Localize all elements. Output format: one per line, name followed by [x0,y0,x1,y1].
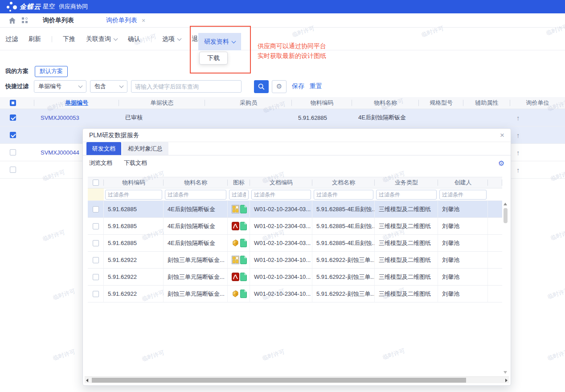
main-column-header[interactable]: 询价单位 [510,97,565,109]
rd-data-button[interactable]: 研发资料 [198,33,241,50]
scroll-down-icon[interactable] [504,371,507,374]
active-tab-label[interactable]: 询价单列表 [106,16,137,24]
reset-link[interactable]: 重置 [310,82,322,90]
column-filter-input[interactable] [439,190,487,200]
download-document-button[interactable]: 下载文档 [124,159,147,167]
file-icons [232,290,247,298]
browse-document-button[interactable]: 浏览文档 [89,159,112,167]
license-watermark: 临时许可 [52,347,76,362]
document-column-header[interactable]: 业务类型 [375,177,438,188]
document-column-header[interactable]: 图标 [228,177,250,188]
search-button[interactable] [254,80,269,93]
document-row[interactable]: 5.91.62922 刻蚀三单元隔断钣金... W01-02-10-2304-1… [88,286,502,302]
up-arrow-icon[interactable]: ↑ [516,149,520,156]
toolbar-item[interactable]: 过滤 [5,35,18,43]
tab-inquiry-list[interactable]: 询价单列表 × [106,16,145,24]
tab-rd-documents[interactable]: 研发文档 [86,142,121,155]
toolbar-item[interactable]: 关联查询 [86,35,117,43]
toolbar-item[interactable]: 选项 [162,35,181,43]
column-filter-input[interactable] [165,190,226,200]
document-column-header[interactable]: 创建人 [438,177,488,188]
document-row[interactable]: 5.91.62885 4E后刻蚀隔断钣金 W01-02-10-2304-03..… [88,218,502,235]
row-checkbox[interactable] [10,167,16,173]
document-row[interactable]: 5.91.62885 4E后刻蚀隔断钣金 W01-02-10-2304-03..… [88,201,502,218]
vertical-scroll-thumb[interactable] [504,208,508,223]
row-checkbox[interactable] [93,240,99,246]
main-column-header[interactable]: 采购员 [205,97,292,109]
keyword-input[interactable] [131,80,242,93]
buyer-cell [205,109,292,126]
doc-code-cell: W01-02-10-2304-10... [250,269,312,285]
main-column-header[interactable]: 物料编码 [292,97,352,109]
apps-grid-icon[interactable] [22,17,28,23]
download-menu-item[interactable]: 下载 [199,52,228,65]
bill-no-link[interactable]: SVMXJ000044 [41,149,79,156]
column-filter-input[interactable] [105,190,162,200]
search-icon [258,83,265,90]
filter-cell [104,188,164,200]
column-filter-input[interactable] [251,190,311,200]
up-arrow-icon[interactable]: ↑ [516,131,520,139]
toolbar-item[interactable]: 刷新 [29,35,41,43]
toolbar-items: 过滤刷新下推关联查询确认选项退出 [5,35,215,43]
row-checkbox[interactable] [93,291,99,297]
scroll-right-icon[interactable] [505,379,508,382]
modal-tabs: 研发文档 相关对象汇总 [83,142,511,155]
document-table-body: 5.91.62885 4E后刻蚀隔断钣金 W01-02-10-2304-03..… [88,201,502,302]
up-arrow-icon[interactable]: ↑ [516,114,520,122]
document-column-header[interactable]: 物料编码 [104,177,164,188]
table-header-row: 单据编号单据状态采购员物料编码物料名称规格型号辅助属性询价单位 [0,97,565,109]
select-all-checkbox[interactable] [93,180,99,186]
column-filter-input[interactable] [376,190,437,200]
home-icon[interactable] [9,17,16,24]
main-column-header[interactable]: 单据状态 [119,97,205,109]
toolbar-item[interactable]: 确认 [128,35,140,43]
tab-related-objects[interactable]: 相关对象汇总 [122,142,168,155]
document-column-header[interactable]: 物料名称 [164,177,228,188]
horizontal-scroll-thumb[interactable] [92,378,466,383]
row-checkbox[interactable] [10,132,16,138]
save-link[interactable]: 保存 [292,82,304,90]
creator-cell: 刘馨池 [438,218,488,234]
material-code-cell: 5.91.62885 [292,109,352,126]
material-name-cell: 4E后刻蚀隔断钣金 [164,218,228,234]
horizontal-scrollbar[interactable] [85,376,509,383]
brand-name-suffix: 星空 [43,3,55,11]
main-column-header[interactable]: 物料名称 [352,97,419,109]
toolbar-item[interactable]: 下推 [63,35,75,43]
column-filter-input[interactable] [229,190,249,200]
row-checkbox[interactable] [10,149,16,155]
default-scheme-button[interactable]: 默认方案 [35,66,68,77]
scroll-up-icon[interactable] [504,203,507,205]
document-column-header[interactable]: 文档编码 [250,177,312,188]
row-checkbox[interactable] [93,257,99,263]
menu-label[interactable]: 询价单列表 [43,16,74,24]
bill-no-link[interactable]: SVMXJ000053 [41,114,79,121]
row-checkbox[interactable] [93,206,99,212]
document-row[interactable]: 5.91.62885 4E后刻蚀隔断钣金 W01-02-10-2304-03..… [88,235,502,252]
gear-icon[interactable]: ⚙ [498,159,504,167]
row-checkbox[interactable] [10,114,16,121]
main-column-header[interactable]: 规格型号 [419,97,463,109]
doc-code-cell: W01-02-10-2304-03... [250,201,312,217]
biz-type-cell: 三维模型及二维图纸 [375,269,438,285]
close-icon[interactable]: × [500,131,504,140]
document-column-header[interactable]: 文档名称 [312,177,375,188]
operator-select[interactable]: 包含 [90,80,127,93]
annotation-text: 供应商可以通过协同平台 实时获取最新的设计图纸 [258,41,326,61]
column-filter-input[interactable] [314,190,373,200]
main-column-header[interactable]: 单据编号 [34,97,119,109]
field-select[interactable]: 单据编号 [34,80,86,93]
tab-close-icon[interactable]: × [142,17,145,24]
row-checkbox[interactable] [93,223,99,229]
row-checkbox[interactable] [93,274,99,280]
vertical-scrollbar[interactable] [503,202,508,375]
filter-settings-button[interactable]: ⚙ [272,80,287,93]
document-row[interactable]: 5.91.62922 刻蚀三单元隔断钣金... W01-02-10-2304-1… [88,269,502,286]
up-arrow-icon[interactable]: ↑ [516,166,520,174]
document-row[interactable]: 5.91.62922 刻蚀三单元隔断钣金... W01-02-10-2304-1… [88,252,502,269]
main-column-header[interactable]: 辅助属性 [463,97,510,109]
table-row[interactable]: SVMXJ000053 已审核 5.91.62885 4E后刻蚀隔断钣金 ↑ [0,109,565,127]
scroll-left-icon[interactable] [86,379,88,382]
select-all-checkbox[interactable] [10,100,16,106]
